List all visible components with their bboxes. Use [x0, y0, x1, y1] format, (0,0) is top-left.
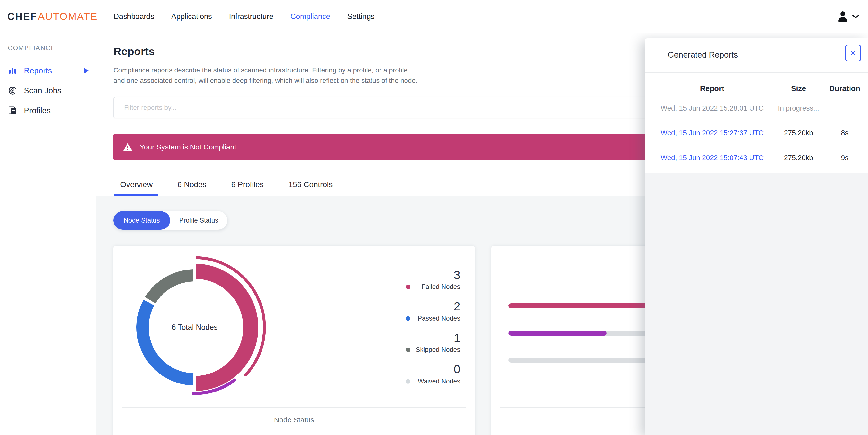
node-status-card: 6 Total Nodes 3 Failed Nodes 2 Passed No…: [113, 246, 475, 435]
legend-item-waived: 0 Waived Nodes: [406, 363, 460, 385]
page-description: Compliance reports describe the status o…: [113, 65, 419, 86]
close-drawer-button[interactable]: [845, 45, 861, 61]
report-size: 275.20kb: [770, 129, 827, 137]
report-download-link[interactable]: Wed, 15 Jun 2022 15:27:37 UTC: [661, 129, 764, 137]
sidebar-item-scan-jobs[interactable]: Scan Jobs: [0, 81, 95, 100]
drawer-header: Generated Reports: [645, 38, 868, 73]
donut-legend: 3 Failed Nodes 2 Passed Nodes 1 Skipped …: [406, 269, 460, 395]
report-size: 275.20kb: [770, 154, 827, 162]
nav-item-settings[interactable]: Settings: [347, 10, 375, 23]
tab-nodes[interactable]: 6 Nodes: [172, 175, 212, 196]
card-divider: [122, 407, 466, 407]
nav-item-infrastructure[interactable]: Infrastructure: [228, 10, 274, 23]
logo-automate: AUTOMATE: [38, 11, 97, 22]
nav-user-area: [837, 11, 862, 22]
drawer-title: Generated Reports: [668, 50, 738, 60]
status-toggle: Node Status Profile Status: [113, 211, 227, 230]
legend-item-failed: 3 Failed Nodes: [406, 269, 460, 291]
node-status-donut-chart: 6 Total Nodes: [122, 255, 268, 400]
profiles-documents-icon: [8, 106, 18, 115]
table-row: Wed, 15 Jun 2022 15:07:43 UTC 275.20kb 9…: [654, 145, 862, 170]
banner-text: Your System is Not Compliant: [140, 143, 236, 151]
report-size: In progress...: [770, 104, 827, 112]
table-row: Wed, 15 Jun 2022 15:27:37 UTC 275.20kb 8…: [654, 121, 862, 145]
bar-chart-icon: [8, 66, 18, 75]
warning-triangle-icon: [123, 143, 132, 151]
waived-dot-icon: [406, 379, 410, 384]
primary-nav: Dashboards Applications Infrastructure C…: [113, 10, 375, 23]
sidebar-item-label: Scan Jobs: [24, 86, 61, 95]
legend-item-passed: 2 Passed Nodes: [406, 300, 460, 322]
sidebar: COMPLIANCE Reports Scan Jobs Profiles: [0, 33, 95, 435]
nav-item-compliance[interactable]: Compliance: [290, 10, 331, 23]
skipped-dot-icon: [406, 347, 410, 352]
chevron-down-icon[interactable]: [852, 14, 859, 19]
active-arrow-icon: [85, 68, 89, 73]
node-status-toggle-button[interactable]: Node Status: [113, 211, 170, 230]
user-profile-icon[interactable]: [837, 11, 848, 22]
nav-item-applications[interactable]: Applications: [171, 10, 212, 23]
sidebar-section-label: COMPLIANCE: [8, 44, 95, 52]
failed-dot-icon: [406, 285, 410, 289]
close-icon: [850, 50, 856, 56]
report-download-link[interactable]: Wed, 15 Jun 2022 15:07:43 UTC: [661, 154, 764, 162]
logo-chef: CHEF: [7, 11, 37, 22]
column-header-size: Size: [770, 84, 827, 93]
column-header-duration: Duration: [827, 84, 862, 93]
scan-target-icon: [8, 86, 18, 95]
top-nav: CHEF AUTOMATE Dashboards Applications In…: [0, 0, 868, 33]
report-timestamp: Wed, 15 Jun 2022 15:28:01 UTC: [654, 104, 770, 112]
generated-reports-table: Report Size Duration Wed, 15 Jun 2022 15…: [645, 73, 868, 170]
profile-status-toggle-button[interactable]: Profile Status: [170, 211, 228, 230]
tab-controls[interactable]: 156 Controls: [283, 175, 338, 196]
report-duration: 8s: [827, 129, 862, 137]
column-header-report: Report: [654, 84, 770, 93]
table-header-row: Report Size Duration: [654, 82, 862, 96]
nav-item-dashboards[interactable]: Dashboards: [113, 10, 155, 23]
report-duration: 9s: [827, 154, 862, 162]
chef-automate-logo[interactable]: CHEF AUTOMATE: [7, 11, 98, 22]
generated-reports-panel: Generated Reports Report Size Duration W…: [645, 38, 868, 172]
tab-profiles[interactable]: 6 Profiles: [225, 175, 270, 196]
passed-dot-icon: [406, 316, 410, 321]
sidebar-item-label: Reports: [24, 66, 52, 75]
legend-item-skipped: 1 Skipped Nodes: [406, 332, 460, 354]
node-status-card-footer: Node Status: [113, 416, 475, 424]
sidebar-item-reports[interactable]: Reports: [0, 62, 95, 80]
sidebar-item-profiles[interactable]: Profiles: [0, 101, 95, 120]
donut-center-label: 6 Total Nodes: [122, 255, 268, 400]
generated-reports-drawer: Generated Reports Report Size Duration W…: [645, 38, 868, 435]
sidebar-item-label: Profiles: [24, 106, 51, 115]
table-row: Wed, 15 Jun 2022 15:28:01 UTC In progres…: [654, 96, 862, 121]
tab-overview[interactable]: Overview: [114, 175, 158, 196]
